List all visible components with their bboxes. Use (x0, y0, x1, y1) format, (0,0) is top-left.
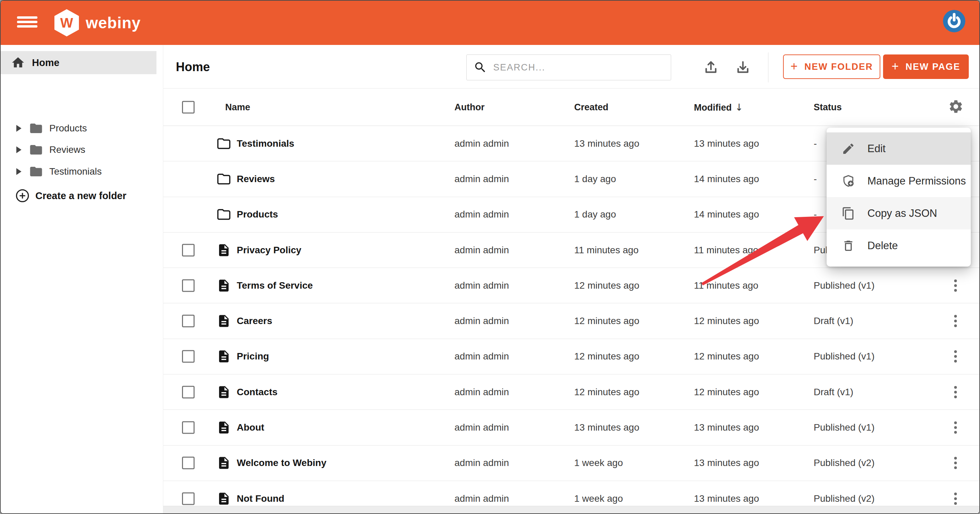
row-name: Contacts (237, 387, 278, 397)
row-context-menu: Edit Manage Permissions Copy as JSON Del… (827, 128, 971, 267)
document-icon (217, 456, 231, 470)
webiny-logo-badge: W (52, 8, 81, 37)
row-checkbox[interactable] (182, 279, 194, 292)
row-created: 12 minutes ago (574, 280, 639, 291)
webiny-admin-window: W webiny Home Products (0, 0, 980, 514)
row-author: admin admin (455, 245, 509, 255)
menu-item-delete[interactable]: Delete (827, 230, 971, 262)
row-name: Not Found (237, 493, 284, 504)
upload-icon (703, 59, 719, 75)
row-checkbox[interactable] (182, 386, 194, 398)
page-title: Home (176, 60, 210, 74)
caret-right-icon[interactable] (16, 146, 21, 153)
row-checkbox[interactable] (182, 350, 194, 363)
svg-text:W: W (60, 15, 73, 30)
document-icon (217, 278, 231, 293)
menu-item-manage-permissions[interactable]: Manage Permissions (827, 165, 971, 197)
table-row[interactable]: Careers admin admin 12 minutes ago 12 mi… (163, 303, 979, 339)
folder-icon (29, 164, 43, 179)
pencil-icon (842, 142, 855, 156)
sidebar-folder-label: Reviews (49, 144, 85, 155)
row-checkbox[interactable] (182, 244, 194, 256)
row-status: Published (v1) (814, 280, 875, 291)
kebab-menu-icon[interactable] (948, 383, 963, 401)
row-modified: 13 minutes ago (694, 493, 759, 504)
row-author: admin admin (455, 387, 509, 397)
webiny-wordmark: webiny (86, 14, 141, 32)
column-header-status[interactable]: Status (814, 102, 842, 112)
plus-circle-icon (15, 188, 30, 203)
upload-button[interactable] (702, 59, 720, 76)
search-icon (474, 61, 487, 74)
avatar[interactable] (943, 10, 966, 32)
row-name: About (237, 422, 264, 433)
row-name: Testimonials (237, 138, 294, 149)
sidebar: Home Products Reviews Testimonials (1, 45, 163, 513)
row-status: Published (v1) (814, 422, 875, 433)
table-row[interactable]: Contacts admin admin 12 minutes ago 12 m… (163, 374, 979, 410)
sidebar-home-label: Home (32, 57, 59, 69)
search-box (466, 54, 671, 80)
row-created: 1 day ago (574, 174, 616, 185)
row-modified: 12 minutes ago (694, 351, 759, 362)
row-created: 1 week ago (574, 458, 623, 468)
kebab-menu-icon[interactable] (948, 419, 963, 436)
table-row[interactable]: Welcome to Webiny admin admin 1 week ago… (163, 445, 979, 481)
new-page-button[interactable]: + NEW PAGE (883, 54, 969, 79)
row-name: Welcome to Webiny (237, 458, 326, 468)
search-input[interactable] (493, 62, 663, 73)
gravatar-power-icon (943, 10, 966, 32)
row-created: 12 minutes ago (574, 351, 639, 362)
kebab-menu-icon[interactable] (948, 277, 963, 294)
new-folder-label: NEW FOLDER (805, 62, 873, 72)
row-created: 13 minutes ago (574, 422, 639, 433)
sort-desc-arrow-icon: ↓ (735, 101, 743, 113)
row-author: admin admin (455, 351, 509, 362)
row-checkbox[interactable] (182, 315, 194, 327)
row-author: admin admin (455, 422, 509, 433)
row-modified: 13 minutes ago (694, 458, 759, 468)
menu-item-label: Copy as JSON (867, 207, 937, 220)
sidebar-item-reviews[interactable]: Reviews (1, 139, 156, 160)
row-status: Published (v2) (814, 493, 875, 504)
kebab-menu-icon[interactable] (948, 454, 963, 472)
row-author: admin admin (455, 493, 509, 504)
gear-icon[interactable] (948, 99, 964, 116)
folder-icon (29, 143, 43, 157)
kebab-menu-icon[interactable] (948, 490, 963, 508)
menu-item-edit[interactable]: Edit (827, 132, 971, 165)
table-row[interactable]: Terms of Service admin admin 12 minutes … (163, 268, 979, 303)
copy-icon (842, 207, 855, 220)
table-row[interactable]: About admin admin 13 minutes ago 13 minu… (163, 410, 979, 445)
kebab-menu-icon[interactable] (948, 312, 963, 330)
table-row[interactable]: Pricing admin admin 12 minutes ago 12 mi… (163, 339, 979, 374)
document-icon (217, 243, 231, 257)
column-header-name[interactable]: Name (225, 102, 250, 112)
row-checkbox[interactable] (182, 493, 194, 505)
hamburger-menu-icon[interactable] (17, 14, 39, 31)
column-header-modified[interactable]: Modified↓ (694, 101, 743, 113)
caret-right-icon[interactable] (16, 168, 21, 175)
main-header: Home + (163, 45, 979, 88)
download-icon (735, 59, 751, 75)
sidebar-item-products[interactable]: Products (1, 118, 156, 139)
trash-icon (842, 239, 855, 252)
menu-item-copy-as-json[interactable]: Copy as JSON (827, 197, 971, 230)
sidebar-item-testimonials[interactable]: Testimonials (1, 161, 156, 182)
new-folder-button[interactable]: + NEW FOLDER (783, 54, 880, 79)
row-name: Pricing (237, 351, 269, 362)
sidebar-item-home[interactable]: Home (1, 51, 156, 74)
row-checkbox[interactable] (182, 421, 194, 434)
column-header-created[interactable]: Created (574, 102, 609, 112)
select-all-checkbox[interactable] (182, 101, 194, 113)
kebab-menu-icon[interactable] (948, 348, 963, 365)
row-checkbox[interactable] (182, 457, 194, 469)
download-button[interactable] (734, 59, 752, 76)
sidebar-folder-label: Testimonials (49, 166, 102, 177)
caret-right-icon[interactable] (16, 125, 21, 132)
document-icon (217, 349, 231, 364)
create-new-folder-button[interactable]: Create a new folder (1, 185, 156, 206)
home-icon (11, 56, 25, 70)
column-header-author[interactable]: Author (455, 102, 484, 112)
sidebar-folder-label: Products (49, 123, 87, 134)
